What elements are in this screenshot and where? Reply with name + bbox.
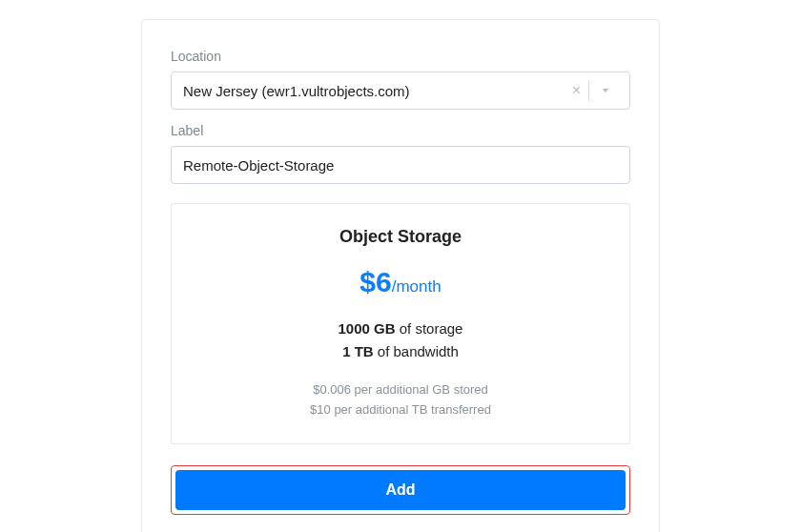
label-field-label: Label [171,123,630,138]
object-storage-form: Location New Jersey (ewr1.vultrobjects.c… [141,19,660,532]
plan-bandwidth-suffix: of bandwidth [374,343,459,359]
plan-storage-suffix: of storage [396,320,463,337]
location-select-value: New Jersey (ewr1.vultrobjects.com) [183,83,565,99]
plan-fine-bandwidth: $10 per additional TB transferred [191,400,610,420]
add-button-highlight: Add [171,465,630,515]
plan-storage: 1000 GB of storage [191,317,610,340]
plan-bandwidth: 1 TB of bandwidth [191,340,610,363]
add-button[interactable]: Add [175,470,626,510]
plan-price-row: $6/month [191,266,610,298]
chevron-down-icon[interactable] [589,84,618,97]
plan-price: $6 [359,266,391,297]
plan-fineprint: $0.006 per additional GB stored $10 per … [191,380,610,420]
plan-period: /month [392,277,442,296]
location-label: Location [171,49,630,64]
plan-fine-storage: $0.006 per additional GB stored [191,380,610,400]
location-select[interactable]: New Jersey (ewr1.vultrobjects.com) × [171,72,630,110]
close-icon[interactable]: × [565,83,588,98]
plan-title: Object Storage [191,227,610,247]
plan-card: Object Storage $6/month 1000 GB of stora… [171,203,630,444]
plan-bandwidth-amount: 1 TB [342,343,374,359]
label-input[interactable] [171,146,630,184]
select-controls: × [565,80,618,101]
plan-storage-amount: 1000 GB [339,320,396,337]
